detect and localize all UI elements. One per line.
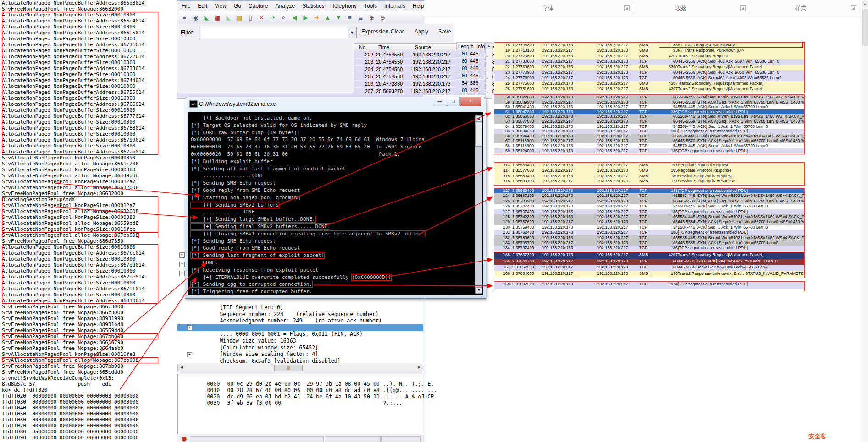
ribbon-separator [633,1,633,14]
doc-packet-row: 1241.35687100192.168.220.173192.168.220.… [494,193,804,198]
packet-row-tail[interactable]: 60445 [456,87,485,94]
scroll-thumb[interactable] [862,9,868,46]
packet-row-tail[interactable]: 60445 [456,50,485,58]
toolbar-icon[interactable]: ▶ [301,13,310,22]
packet-row-tail[interactable]: 60445 [456,58,485,65]
toolbar-icon[interactable]: ➔ [312,13,321,22]
scroll-down-icon[interactable]: ▼ [475,287,482,294]
toolbar-icon[interactable]: ≣ [356,13,365,22]
menu-item[interactable]: Go [230,2,245,11]
detail-line[interactable]: [Calculated window size: 65452] [177,338,423,345]
word-ribbon: 字体 段落 样式 ◢ ◢ ◢ [424,0,862,16]
detail-line[interactable]: [Window size scaling factor: 4] [177,344,423,351]
filter-dropdown-icon[interactable]: ▼ [348,27,357,38]
expander-icon[interactable]: + [179,262,185,267]
toolbar-icon[interactable]: ▲ [323,13,332,22]
packet-list-scrollbar[interactable]: ▲ [485,42,492,99]
console-line: [*] CORE raw buffer dump (39 bytes): [191,130,483,137]
toolbar-icon[interactable]: ≡ [345,13,354,22]
menu-item[interactable]: Capture [245,2,272,11]
minimize-button[interactable]: — [433,97,447,106]
toolbar-icon[interactable]: ✕ [257,13,266,22]
toolbar-icon[interactable]: ⊕ [367,13,376,22]
scroll-up-icon[interactable]: ▲ [475,115,482,122]
detail-line[interactable]: Header Length: 20 bytes [177,318,423,325]
close-button[interactable]: × [460,97,481,106]
col-no[interactable]: No. [359,44,367,50]
windbg-line: AllocateNonPaged NonPagedBufferAddress:8… [2,89,158,95]
windbg-line: SrvFreeNonPagedPool free Nopage:867bb000 [2,333,158,339]
toolbar-icon[interactable]: ◣ [224,13,233,22]
console-scrollbar[interactable]: ▲ ▼ [475,115,482,294]
detail-line[interactable]: Window size value: 16363 [177,331,423,338]
expression-button[interactable]: Expression... [361,28,393,35]
menu-item[interactable]: Analyze [272,2,299,11]
menu-item[interactable]: Statistics [299,2,328,11]
doc-packet-row: 1261.35707400192.168.220.173192.168.220.… [494,204,804,209]
menu-item[interactable]: View [211,2,230,11]
dialog-launcher-icon[interactable]: ◢ [740,5,746,11]
toolbar-icon[interactable]: ● [180,13,189,22]
detail-hscrollbar[interactable]: ◀ ▶ ||| [177,364,423,371]
clear-button[interactable]: Clear [391,28,404,35]
toolbar-icon[interactable]: ◣ [202,13,211,22]
filter-input[interactable] [201,27,350,38]
toolbar-icon[interactable]: ▼ [334,13,343,22]
col-length[interactable]: Length [458,44,474,49]
apply-button[interactable]: Apply [415,28,428,35]
windbg-line: SrvAllocateNonPagedPool NonPageSize:0000… [2,179,158,185]
windbg-line: AllocateNonPaged NonPagedBufferAddress:8… [2,149,158,155]
scroll-up-icon[interactable]: ▲ [862,1,868,7]
dialog-launcher-icon[interactable]: ◢ [624,5,630,11]
detail-line[interactable]: Acknowledgment number: 249 (relative ack… [177,311,423,318]
scroll-right-icon[interactable]: ▶ [416,365,422,370]
doc-packet-row: 241.27773900192.168.220.217192.168.220.1… [494,76,804,81]
windbg-line: AllocateNonPaged NonPagedBufferSize:0001… [2,12,158,18]
hex-line[interactable]: 000000 0c 29 d0 2d 4e 00 0c 29 97 3b 1a … [178,374,423,381]
toolbar-icon[interactable]: ⌕ [279,13,288,22]
col-time[interactable]: Time [378,44,389,50]
doc-packet-group-3: 1131.35556400192.168.220.173192.168.220.… [494,163,804,185]
packet-row-tail[interactable]: 54386 [456,80,485,87]
console-line: [*] Good reply from SMB Echo request [191,245,483,252]
scroll-thumb[interactable] [475,123,482,147]
cmd-console[interactable]: [+] Backdoor not installed, game on.[*] … [188,112,483,295]
toolbar-icon[interactable]: ▯ [246,13,255,22]
scroll-up-icon[interactable]: ▲ [486,43,492,49]
toolbar-icon[interactable]: ◀ [290,13,299,22]
doc-packet-row: 1141.35577600192.168.220.217192.168.220.… [494,168,804,174]
expander-icon[interactable]: + [179,252,185,258]
scroll-thumb[interactable]: ||| [274,365,303,371]
menu-item[interactable]: Internals [381,2,409,11]
menu-item[interactable]: Telephony [328,2,360,11]
toolbar-icon[interactable]: ⟳ [268,13,277,22]
dialog-launcher-icon[interactable]: ◢ [851,5,856,11]
console-line: DONE. [191,260,483,267]
col-info[interactable]: Info [476,44,485,49]
expander-icon[interactable]: + [187,325,192,330]
expert-info-icon[interactable] [182,437,187,442]
detail-line[interactable]: +.... 0000 0001 0001 = Flags: 0x011 (FIN… [177,324,423,331]
packet-row-tail[interactable]: 60445 [456,65,485,72]
toolbar-icon[interactable]: ▦ [213,13,222,22]
detail-line[interactable]: +Checksum: 0x3af3 [validation disabled] [177,351,423,358]
menu-item[interactable]: Edit [194,2,211,11]
detail-line[interactable]: [TCP Segment Len: 0] [177,298,423,305]
packet-row-tail[interactable]: 60445 [456,72,485,80]
doc-packet-row: 1662.37644700192.168.220.217192.168.220.… [494,259,804,265]
doc-packet-row: 1151.35580400192.168.220.173192.168.220.… [494,174,804,179]
scroll-left-icon[interactable]: ◀ [178,365,185,370]
menu-item[interactable]: File [178,2,194,11]
expander-icon[interactable]: + [187,352,192,357]
toolbar-icon[interactable]: ◉ [191,13,200,22]
col-source[interactable]: Source [415,44,431,50]
save-button[interactable]: Save [438,28,451,35]
ribbon-separator [750,1,750,14]
expander-icon[interactable]: + [179,271,185,276]
word-scrollbar[interactable]: ▲ [862,0,868,442]
detail-line[interactable]: Sequence number: 223 (relative sequence … [177,305,423,311]
menu-item[interactable]: Tools [360,2,381,11]
toolbar-icon[interactable]: ▤ [235,13,244,22]
toolbar-icon[interactable]: ⊖ [378,13,387,22]
maximize-button[interactable]: □ [447,97,460,106]
